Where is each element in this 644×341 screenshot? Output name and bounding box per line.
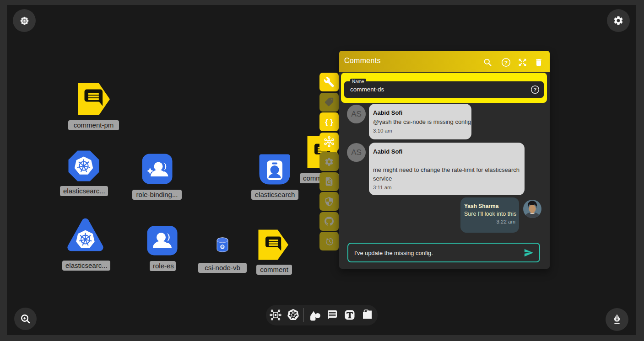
svg-text:?: ? bbox=[504, 59, 508, 66]
svg-text:?: ? bbox=[534, 87, 537, 92]
svg-text:{ }: { } bbox=[325, 117, 333, 126]
